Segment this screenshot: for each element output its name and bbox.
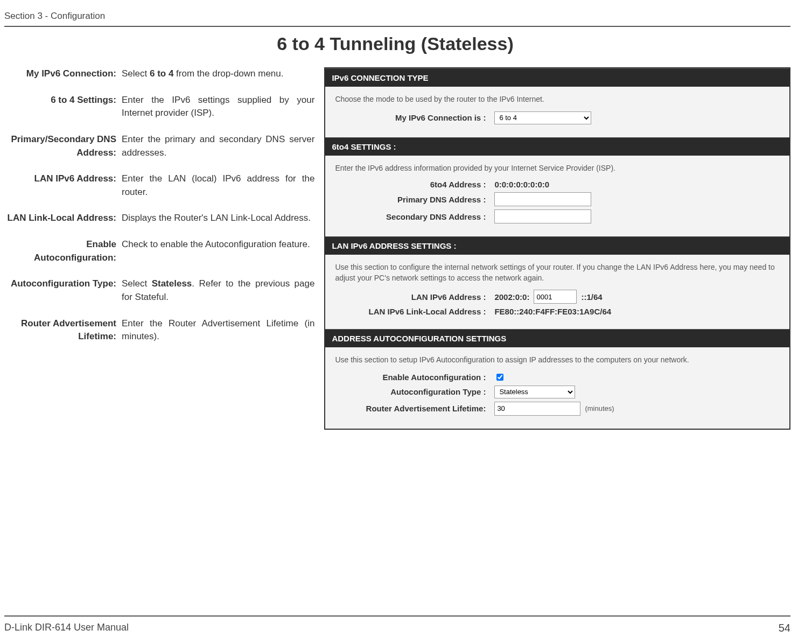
value-link-local: FE80::240:F4FF:FE03:1A9C/64 <box>494 307 611 316</box>
definition-label: Autoconfiguration Type: <box>4 277 122 304</box>
label-enable-autoconf: Enable Autoconfiguration : <box>335 373 494 382</box>
definition-value: Displays the Router's LAN Link-Local Add… <box>122 212 314 225</box>
panel-title-lan: LAN IPv6 ADDRESS SETTINGS : <box>325 236 789 255</box>
label-secondary-dns: Secondary DNS Address : <box>335 212 494 221</box>
definition-label: 6 to 4 Settings: <box>4 94 122 120</box>
lan-prefix: 2002:0:0: <box>494 292 529 302</box>
definition-label: My IPv6 Connection: <box>4 67 122 81</box>
definition-row: Router Advertisement Lifetime:Enter the … <box>4 317 314 344</box>
definition-row: LAN Link-Local Address:Displays the Rout… <box>4 212 314 225</box>
section-header: Section 3 - Configuration <box>4 11 790 27</box>
select-ipv6-connection[interactable]: 6 to 4 <box>494 111 591 124</box>
page-footer: D-Link DIR-614 User Manual 54 <box>4 615 790 634</box>
definition-row: Autoconfiguration Type:Select Stateless.… <box>4 277 314 304</box>
definition-row: My IPv6 Connection:Select 6 to 4 from th… <box>4 67 314 81</box>
panel-desc: Choose the mode to be used by the router… <box>335 94 780 105</box>
definition-value: Check to enable the Autoconfiguration fe… <box>122 238 314 264</box>
definition-value: Enter the Router Advertisement Lifetime … <box>122 317 314 344</box>
definition-label: Router Advertisement Lifetime: <box>4 317 122 344</box>
definition-row: Enable Autoconfiguration:Check to enable… <box>4 238 314 264</box>
checkbox-enable-autoconf[interactable] <box>496 374 503 381</box>
panel-title-6to4: 6to4 SETTINGS : <box>325 137 789 156</box>
definition-label: LAN Link-Local Address: <box>4 212 122 225</box>
label-link-local: LAN IPv6 Link-Local Address : <box>335 307 494 316</box>
definition-label: Enable Autoconfiguration: <box>4 238 122 264</box>
select-autoconf-type[interactable]: Stateless <box>494 386 575 398</box>
unit-minutes: (minutes) <box>585 404 614 412</box>
input-primary-dns[interactable] <box>494 192 591 206</box>
panel-title-autoconf: ADDRESS AUTOCONFIGURATION SETTINGS <box>325 329 789 347</box>
label-primary-dns: Primary DNS Address : <box>335 195 494 204</box>
label-lan-ipv6: LAN IPv6 Address : <box>335 292 494 302</box>
definition-row: Primary/Secondary DNS Address:Enter the … <box>4 133 314 159</box>
definition-value: Select 6 to 4 from the drop-down menu. <box>122 67 314 81</box>
footer-product: D-Link DIR-614 User Manual <box>4 622 129 634</box>
lan-suffix: ::1/64 <box>581 292 602 302</box>
label-autoconf-type: Autoconfiguration Type : <box>335 387 494 396</box>
definition-value: Select Stateless. Refer to the previous … <box>122 277 314 304</box>
panel-title-conn-type: IPv6 CONNECTION TYPE <box>325 68 789 87</box>
input-router-adv-lifetime[interactable] <box>494 402 580 416</box>
definition-label: Primary/Secondary DNS Address: <box>4 133 122 159</box>
label-router-adv-lifetime: Router Advertisement Lifetime: <box>335 404 494 413</box>
input-lan-ipv6[interactable] <box>534 290 577 304</box>
input-secondary-dns[interactable] <box>494 209 591 223</box>
definition-row: LAN IPv6 Address:Enter the LAN (local) I… <box>4 172 314 199</box>
panel-desc: Enter the IPv6 address information provi… <box>335 163 780 174</box>
definition-value: Enter the LAN (local) IPv6 address for t… <box>122 172 314 199</box>
router-screenshot: IPv6 CONNECTION TYPE Choose the mode to … <box>324 67 790 430</box>
definition-value: Enter the IPv6 settings supplied by your… <box>122 94 314 120</box>
footer-page-number: 54 <box>779 622 790 634</box>
definition-value: Enter the primary and secondary DNS serv… <box>122 133 314 159</box>
definitions-list: My IPv6 Connection:Select 6 to 4 from th… <box>4 67 324 356</box>
definition-row: 6 to 4 Settings:Enter the IPv6 settings … <box>4 94 314 120</box>
value-6to4-address: 0:0:0:0:0:0:0:0 <box>494 180 549 189</box>
page-title: 6 to 4 Tunneling (Stateless) <box>0 33 790 54</box>
label-my-ipv6-conn: My IPv6 Connection is : <box>335 113 494 122</box>
panel-desc: Use this section to setup IPv6 Autoconfi… <box>335 355 780 366</box>
definition-label: LAN IPv6 Address: <box>4 172 122 199</box>
label-6to4-address: 6to4 Address : <box>335 180 494 189</box>
panel-desc: Use this section to configure the intern… <box>335 262 780 283</box>
